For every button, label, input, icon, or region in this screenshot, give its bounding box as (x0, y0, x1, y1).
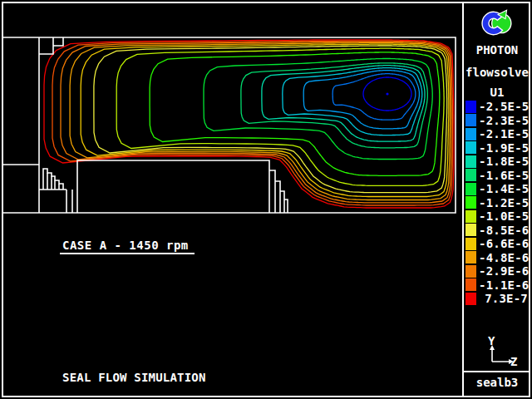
legend-color-swatch (466, 265, 476, 278)
legend-row: -1.1E-6 (466, 278, 528, 293)
legend-color-swatch (466, 128, 476, 140)
legend-value: -8.5E-6 (479, 224, 529, 237)
contour-line (116, 48, 444, 185)
contour-plot (0, 0, 462, 399)
axis-z-label: Z (510, 355, 517, 368)
sidebar: PHOTON flowsolve U1 -2.5E-5-2.3E-5-2.1E-… (462, 2, 530, 397)
legend-value: -1.4E-5 (479, 182, 529, 195)
legend-row: -1.2E-5 (466, 196, 528, 210)
legend-color-swatch (466, 278, 476, 291)
plot-id-label: sealb3 (464, 376, 530, 389)
seal-geometry-outline (43, 169, 63, 190)
legend-color-swatch (466, 101, 476, 113)
contour-line (70, 43, 450, 200)
app-name: PHOTON (464, 43, 530, 57)
sidebar-divider (464, 371, 530, 372)
legend-color-swatch (466, 196, 476, 209)
legend-color-swatch (466, 224, 476, 236)
legend-color-swatch (466, 210, 476, 223)
legend-row: -4.8E-6 (466, 251, 528, 265)
legend-value: -1.6E-5 (479, 169, 529, 182)
legend-color-swatch (466, 169, 476, 181)
legend-value: -1.2E-5 (479, 196, 529, 209)
legend-row: -6.6E-6 (466, 237, 528, 251)
seal-geometry-outline (47, 173, 59, 190)
legend-row: 7.3E-7 (466, 292, 528, 306)
legend-value: -4.8E-6 (479, 251, 529, 264)
legend-row: -8.5E-6 (466, 224, 528, 238)
photon-app-window: CASE A - 1450 rpm SEAL FLOW SIMULATION P… (0, 0, 532, 399)
legend-value: -1.1E-6 (479, 278, 529, 292)
seal-geometry-outline (39, 37, 53, 54)
photon-logo-icon (481, 7, 513, 39)
legend-row: -1.6E-5 (466, 169, 528, 183)
seal-geometry-outline (53, 37, 63, 46)
legend-row: -2.5E-5 (466, 100, 528, 114)
seal-geometry-outline (77, 160, 269, 213)
contour-line (81, 44, 449, 196)
color-legend: -2.5E-5-2.3E-5-2.1E-5-1.9E-5-1.8E-5-1.6E… (466, 100, 528, 306)
legend-value: -1.0E-5 (479, 209, 529, 223)
contour-line (262, 66, 425, 142)
legend-row: -1.0E-5 (466, 209, 528, 224)
legend-value: -2.3E-5 (479, 114, 529, 127)
axis-indicator: Y Z (464, 334, 530, 372)
legend-value: -2.9E-6 (479, 264, 529, 278)
legend-row: -2.3E-5 (466, 114, 528, 128)
seal-geometry-outline (269, 170, 288, 213)
legend-value: -1.8E-5 (479, 155, 529, 168)
legend-row: -1.4E-5 (466, 182, 528, 196)
legend-row: -2.9E-6 (466, 264, 528, 278)
legend-color-swatch (466, 293, 476, 305)
case-label: CASE A - 1450 rpm (60, 239, 195, 254)
seal-geometry-outline (3, 37, 456, 213)
legend-row: -2.1E-5 (466, 127, 528, 141)
legend-value: -2.1E-5 (479, 127, 529, 140)
plot-title: SEAL FLOW SIMULATION (62, 371, 206, 384)
legend-color-swatch (466, 141, 476, 154)
legend-color-swatch (466, 114, 476, 126)
legend-row: -1.8E-5 (466, 155, 528, 169)
seal-geometry-outline (39, 190, 72, 213)
legend-color-swatch (466, 251, 476, 264)
app-subtitle: flowsolve (464, 66, 530, 79)
legend-row: -1.9E-5 (466, 141, 528, 155)
variable-label: U1 (464, 86, 530, 99)
vortex-center-dot (386, 92, 388, 95)
legend-color-swatch (466, 155, 476, 168)
legend-color-swatch (466, 183, 476, 195)
legend-value: -2.5E-5 (479, 100, 529, 113)
legend-value: -6.6E-6 (479, 237, 529, 250)
legend-value: -1.9E-5 (479, 141, 529, 155)
legend-color-swatch (466, 238, 476, 250)
legend-value: 7.3E-7 (479, 292, 528, 305)
